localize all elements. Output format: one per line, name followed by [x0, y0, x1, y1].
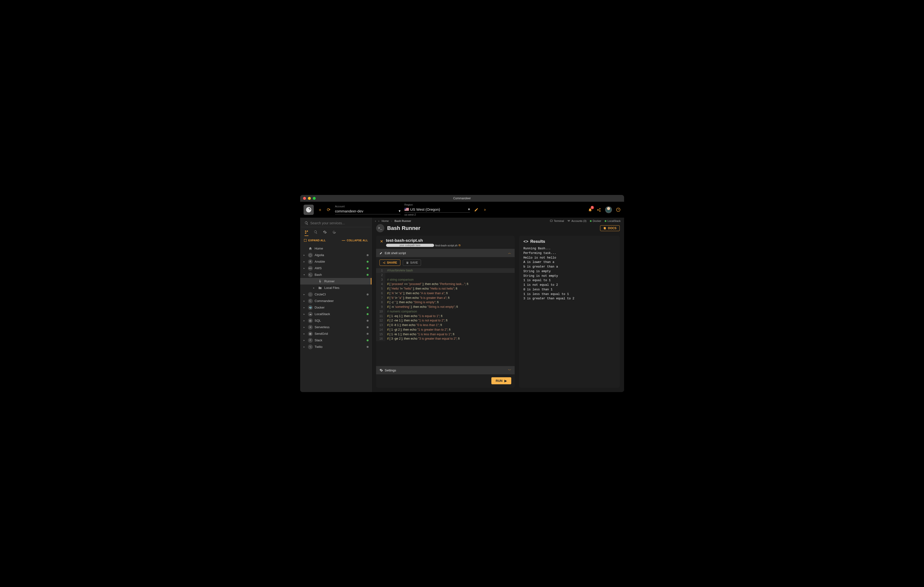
- results-header: <> Results: [523, 239, 615, 244]
- run-button[interactable]: RUN ▶: [492, 377, 511, 384]
- status-dot-icon: [366, 326, 369, 328]
- save-button[interactable]: SAVE: [403, 260, 421, 266]
- code-line[interactable]: 16if [ 3 -ge 2 ]; then echo "3 is greate…: [376, 336, 515, 341]
- edit-button[interactable]: [474, 207, 479, 212]
- editor-card: ✕ test-bash-script.sh your codepath here…: [376, 236, 515, 388]
- breadcrumb-bar: ‹ › Home › Bash Runner Terminal Accounts…: [372, 218, 624, 224]
- status-accounts[interactable]: Accounts (3): [567, 220, 586, 222]
- expand-all-button[interactable]: EXPAND ALL: [304, 238, 326, 242]
- breadcrumb-current: Bash Runner: [394, 220, 411, 222]
- region-selector[interactable]: Region US West (Oregon) ▾ us-west-2: [404, 203, 470, 216]
- code-icon: <>: [523, 239, 528, 244]
- code-line[interactable]: 1#!/usr/bin/env bash: [376, 268, 515, 273]
- close-file-button[interactable]: ✕: [380, 239, 383, 244]
- edit-shell-accordion[interactable]: Edit shell script ︿: [376, 249, 515, 257]
- account-selector[interactable]: Account commandeer-dev ▾: [335, 205, 401, 214]
- main-panel: ‹ › Home › Bash Runner Terminal Accounts…: [372, 218, 624, 392]
- code-text: if [ -n 'something' ]; then echo "String…: [385, 305, 515, 309]
- collapse-all-button[interactable]: — COLLAPSE ALL: [342, 238, 368, 242]
- search-bar[interactable]: [301, 218, 371, 227]
- nav-forward-button[interactable]: ›: [378, 220, 379, 222]
- breadcrumb-separator-icon: ›: [391, 220, 392, 222]
- notifications-button[interactable]: 5: [588, 207, 592, 212]
- code-line[interactable]: 7if [ 'b' \> "a" ]; then echo "b is grea…: [376, 296, 515, 300]
- code-line[interactable]: 2: [376, 273, 515, 278]
- app-body: EXPAND ALL — COLLAPSE ALL Home ▸◯Algolia…: [300, 218, 624, 392]
- code-text: if [ 'proceed' == "proceed" ]; then echo…: [385, 282, 515, 286]
- sidebar-toolstrip: [300, 227, 371, 236]
- service-icon: ◯: [308, 253, 313, 258]
- share-button[interactable]: [596, 207, 601, 212]
- code-text: #!/usr/bin/env bash: [385, 268, 515, 273]
- code-line[interactable]: 3# string comparison: [376, 278, 515, 282]
- open-external-icon[interactable]: ⧉: [459, 244, 460, 247]
- search-tab[interactable]: [314, 230, 318, 235]
- sidebar-item-label: Local Files: [324, 286, 340, 289]
- status-localstack[interactable]: LocalStack: [605, 220, 621, 222]
- sidebar-item-home[interactable]: Home: [300, 245, 371, 252]
- help-button[interactable]: ?: [616, 207, 621, 212]
- app-logo-icon[interactable]: [304, 205, 314, 215]
- sidebar-item-label: LocalStack: [315, 312, 330, 316]
- chevron-icon: ▸: [304, 339, 306, 342]
- sidebar-item-localstack[interactable]: ▸☁LocalStack: [300, 311, 371, 317]
- zoom-window-button[interactable]: [313, 197, 316, 200]
- code-line[interactable]: 11if [ 1 -eq 1 ]; then echo "1 is equal …: [376, 314, 515, 319]
- code-line[interactable]: 9if [ -n 'something' ]; then echo "Strin…: [376, 305, 515, 309]
- search-input[interactable]: [310, 220, 367, 226]
- sidebar-item-serverless[interactable]: ▸≋Serverless: [300, 324, 371, 331]
- sidebar-item-label: Commandeer: [315, 299, 334, 303]
- sidebar-item-label: Docker: [315, 306, 325, 309]
- add-button[interactable]: ＋: [318, 207, 322, 212]
- code-line[interactable]: 12if [ 2 -ne 1 ]; then echo "1 is not eq…: [376, 318, 515, 323]
- user-avatar[interactable]: [605, 206, 612, 213]
- sidebar-item-ansible[interactable]: ▸AAnsible: [300, 258, 371, 265]
- status-docker[interactable]: Docker: [590, 220, 601, 222]
- status-terminal[interactable]: Terminal: [550, 220, 564, 222]
- sidebar-item-sendgrid[interactable]: ▸▦SendGrid: [300, 331, 371, 337]
- code-line[interactable]: 4if [ 'proceed' == "proceed" ]; then ech…: [376, 282, 515, 286]
- sidebar-item-bash-local-files[interactable]: ▸Local Files: [300, 284, 371, 291]
- sidebar-item-commandeer[interactable]: ▸CCommandeer: [300, 298, 371, 304]
- sidebar-item-bash-runner[interactable]: Runner: [300, 278, 371, 284]
- service-icon: ▦: [308, 331, 313, 336]
- sidebar-item-label: Runner: [324, 279, 335, 283]
- code-line[interactable]: 13if [ 0 -lt 1 ]; then echo "0 is less t…: [376, 323, 515, 327]
- sidebar-item-circleci[interactable]: ▸◌CircleCI: [300, 291, 371, 298]
- share-button[interactable]: SHARE: [380, 260, 400, 266]
- nav-back-button[interactable]: ‹: [375, 220, 376, 222]
- sidebar-item-slack[interactable]: ▸#Slack: [300, 337, 371, 344]
- chevron-icon: ▸: [304, 313, 306, 315]
- sidebar-item-twilio[interactable]: ▸∿Twilio: [300, 344, 371, 350]
- breadcrumb-home[interactable]: Home: [382, 220, 389, 222]
- sidebar-item-sql[interactable]: ▸▤SQL: [300, 317, 371, 324]
- code-line[interactable]: 8if [ -z '' ]; then echo "String is empt…: [376, 300, 515, 305]
- docs-button[interactable]: DOCS: [600, 225, 620, 231]
- settings-tab[interactable]: [323, 230, 327, 235]
- history-tab[interactable]: [332, 230, 336, 235]
- sidebar-item-algolia[interactable]: ▸◯Algolia: [300, 252, 371, 258]
- forward-button[interactable]: ›: [483, 207, 487, 212]
- code-line[interactable]: 15if [ 1 -le 1 ]; then echo "1 is less t…: [376, 332, 515, 337]
- sidebar-item-bash[interactable]: ▾>_Bash: [300, 271, 371, 278]
- service-icon: aws: [308, 266, 313, 271]
- code-text: [385, 273, 515, 278]
- docs-label: DOCS: [608, 227, 617, 230]
- close-window-button[interactable]: [303, 197, 306, 200]
- sidebar-item-label: CircleCI: [315, 293, 326, 296]
- line-number: 12: [376, 318, 385, 323]
- region-code: us-west-2: [404, 213, 470, 216]
- code-line[interactable]: 14if [ 1 -gt 2 ]; then echo "1 is greate…: [376, 327, 515, 332]
- minimize-window-button[interactable]: [308, 197, 311, 200]
- sidebar-item-aws[interactable]: ▸awsAWS: [300, 265, 371, 271]
- code-line[interactable]: 10# numeric comparison: [376, 309, 515, 314]
- code-line[interactable]: 6if [ 'A' \< "a" ]; then echo "A is lowe…: [376, 291, 515, 296]
- settings-accordion[interactable]: Settings ﹀: [376, 366, 515, 374]
- sidebar-item-label: SendGrid: [315, 332, 328, 336]
- code-line[interactable]: 5if [ 'Hello' != "hello" ]; then echo "H…: [376, 286, 515, 291]
- tree-view-tab[interactable]: [305, 230, 309, 236]
- refresh-button[interactable]: ⟳: [327, 207, 331, 212]
- status-dot-icon: [366, 267, 369, 269]
- sidebar-item-docker[interactable]: ▸🐳Docker: [300, 304, 371, 311]
- code-editor[interactable]: 1#!/usr/bin/env bash2 3# string comparis…: [376, 268, 515, 366]
